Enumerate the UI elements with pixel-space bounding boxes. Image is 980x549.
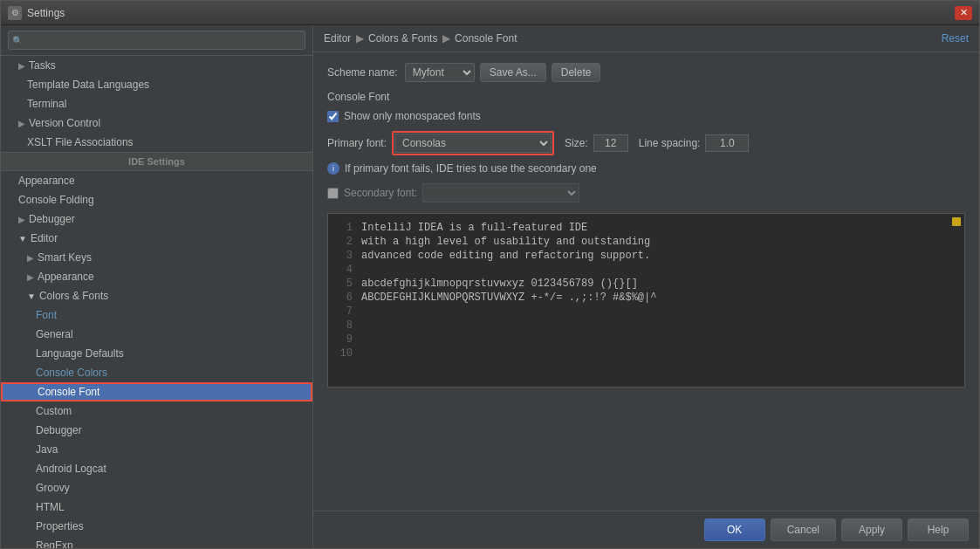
sidebar-item-custom[interactable]: Custom [1,401,312,421]
sidebar-item-label: Console Colors [36,367,107,379]
sidebar-item-appearance-editor[interactable]: ▶ Appearance [1,267,312,286]
sidebar-item-smart-keys[interactable]: ▶ Smart Keys [1,248,312,267]
preview-area: 1 IntelliJ IDEA is a full-featured IDE 2… [327,213,965,388]
sidebar-item-general[interactable]: General [1,325,312,344]
help-button[interactable]: Help [908,518,969,541]
preview-line-7: 7 [328,305,964,319]
search-wrapper [8,31,305,50]
sidebar-item-editor[interactable]: ▼ Editor [1,229,312,248]
sidebar-item-console-colors[interactable]: Console Colors [1,363,312,382]
sidebar-item-terminal[interactable]: Terminal [1,94,312,113]
sidebar-item-xslt[interactable]: XSLT File Associations [1,133,312,152]
sidebar-item-font[interactable]: Font [1,305,312,325]
cancel-button[interactable]: Cancel [771,518,836,541]
sidebar-item-label: Smart Keys [38,251,92,264]
ide-settings-header: IDE Settings [1,152,312,171]
arrow-icon: ▶ [18,215,25,224]
sidebar-item-colors-fonts[interactable]: ▼ Colors & Fonts [1,286,312,305]
apply-button[interactable]: Apply [841,518,902,541]
sidebar-item-label: Language Defaults [36,347,124,360]
size-row: Size: [565,134,628,152]
sidebar-item-label: Debugger [29,213,75,225]
sidebar-item-label: Appearance [38,271,94,283]
arrow-icon: ▶ [18,119,25,128]
preview-line-8: 8 [328,319,964,333]
breadcrumb-current: Console Font [455,32,517,45]
sidebar-item-label: Properties [36,520,84,532]
monospaced-checkbox[interactable] [327,111,339,122]
scheme-dropdown-wrapper: Myfont [405,63,475,82]
sidebar-item-regexp[interactable]: RegExp [1,536,312,548]
sidebar-item-label: Java [36,443,58,456]
arrow-icon: ▶ [27,272,34,282]
sidebar-item-label: General [36,328,73,340]
secondary-font-dropdown[interactable] [422,183,579,202]
secondary-font-row: Secondary font: [327,183,965,202]
primary-font-label: Primary font: [327,137,387,149]
info-row: i If primary font fails, IDE tries to us… [327,162,965,175]
tree-list: ▶ Tasks Template Data Languages Terminal… [1,56,312,548]
sidebar-item-label: Debugger [36,424,82,436]
sidebar-item-label: Appearance [18,175,75,187]
preview-line-4: 4 [328,263,964,277]
sidebar-item-debugger[interactable]: ▶ Debugger [1,209,312,229]
primary-font-box: Consolas [392,131,554,155]
size-input[interactable] [593,134,628,152]
close-button[interactable]: ✕ [955,6,972,20]
sidebar-item-language-defaults[interactable]: Language Defaults [1,344,312,363]
sidebar-item-debugger-colors[interactable]: Debugger [1,421,312,440]
delete-button[interactable]: Delete [552,63,601,82]
info-text: If primary font fails, IDE tries to use … [345,162,597,175]
scroll-indicator [952,217,961,226]
sidebar-item-label: Terminal [27,98,66,110]
sidebar-item-java[interactable]: Java [1,440,312,459]
breadcrumb-editor: Editor [324,32,351,45]
sidebar-item-label: Version Control [29,117,100,129]
window-title: Settings [27,7,955,19]
sidebar-item-version-control[interactable]: ▶ Version Control [1,113,312,133]
sidebar-item-appearance[interactable]: Appearance [1,171,312,190]
sidebar-item-tasks[interactable]: ▶ Tasks [1,56,312,75]
breadcrumb-colors-fonts: Colors & Fonts [368,32,437,45]
size-label: Size: [565,137,588,149]
sidebar-item-label: RegExp [36,539,73,548]
line-spacing-row: Line spacing: [639,134,750,152]
sidebar-item-android-logcat[interactable]: Android Logcat [1,459,312,478]
reset-link[interactable]: Reset [942,32,969,45]
info-icon: i [327,162,339,175]
secondary-font-label: Secondary font: [344,187,417,199]
sidebar-item-label: Colors & Fonts [39,290,108,302]
sidebar-item-template-data-languages[interactable]: Template Data Languages [1,75,312,94]
breadcrumb-bar: Editor ▶ Colors & Fonts ▶ Console Font R… [313,25,979,52]
line-spacing-input[interactable] [705,134,749,152]
preview-line-1: 1 IntelliJ IDEA is a full-featured IDE [328,221,964,235]
settings-window: ⚙ Settings ✕ ▶ Tasks Template Data Langu… [0,0,980,549]
sidebar-item-label: Groovy [36,482,70,494]
sidebar-item-groovy[interactable]: Groovy [1,478,312,498]
monospaced-label: Show only monospaced fonts [344,110,481,122]
sidebar-item-label: Tasks [29,59,56,72]
search-input[interactable] [8,31,305,50]
primary-font-dropdown[interactable]: Consolas [394,134,552,153]
search-bar [1,25,312,56]
sidebar-item-label: HTML [36,501,65,513]
scheme-label: Scheme name: [327,66,398,79]
sidebar-item-console-folding[interactable]: Console Folding [1,190,312,209]
monospaced-checkbox-row: Show only monospaced fonts [327,110,965,122]
sidebar-item-label: Editor [31,232,58,244]
scheme-dropdown[interactable]: Myfont [405,63,475,82]
save-as-button[interactable]: Save As... [480,63,546,82]
main-content: ▶ Tasks Template Data Languages Terminal… [1,25,979,548]
scheme-row: Scheme name: Myfont Save As... Delete [327,63,965,82]
sidebar-item-label: Custom [36,405,72,417]
sidebar-item-properties[interactable]: Properties [1,517,312,536]
secondary-font-checkbox[interactable] [327,188,339,199]
preview-line-9: 9 [328,333,964,347]
preview-line-5: 5 abcdefghijklmnopqrstuvwxyz 0123456789 … [328,277,964,291]
arrow-expanded-icon: ▼ [27,292,36,301]
sidebar-item-html[interactable]: HTML [1,498,312,517]
preview-line-6: 6 ABCDEFGHIJKLMNOPQRSTUVWXYZ +-*/= .,;:!… [328,291,964,305]
sidebar-item-console-font[interactable]: Console Font [1,382,312,401]
arrow-icon: ▶ [27,253,34,263]
ok-button[interactable]: OK [704,518,765,541]
